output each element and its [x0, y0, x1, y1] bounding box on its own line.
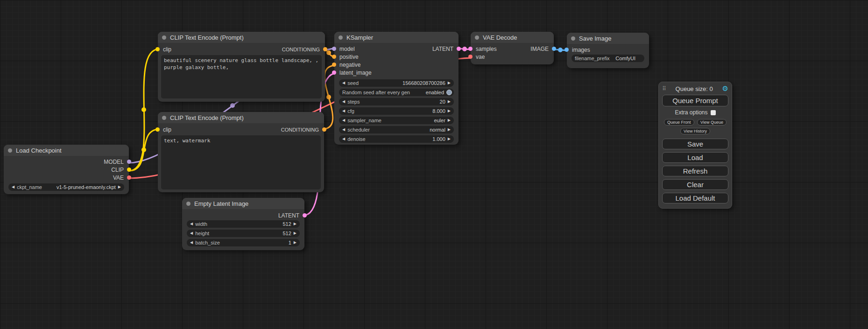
- widget-label: steps: [347, 99, 360, 105]
- slot-row: negative: [334, 61, 459, 69]
- collapse-dot-icon[interactable]: [571, 36, 575, 41]
- widget-value: 20: [440, 99, 445, 105]
- node-empty-latent-image[interactable]: Empty Latent Image LATENT ◀ width 512 ▶ …: [182, 198, 304, 250]
- node-clip-text-encode-negative[interactable]: CLIP Text Encode (Prompt) clip CONDITION…: [158, 112, 324, 192]
- slot-input-positive-dot[interactable]: [332, 55, 336, 59]
- slot-input-model-dot[interactable]: [332, 47, 336, 51]
- arrow-left-icon[interactable]: ◀: [342, 81, 345, 85]
- slot-output-vae-dot[interactable]: [127, 175, 131, 180]
- slot-input-images-label: images: [572, 47, 590, 53]
- slot-output-model-dot[interactable]: [127, 160, 131, 164]
- arrow-right-icon[interactable]: ▶: [448, 128, 451, 132]
- arrow-right-icon[interactable]: ▶: [448, 109, 451, 113]
- node-clip-text-encode-positive[interactable]: CLIP Text Encode (Prompt) clip CONDITION…: [158, 32, 325, 102]
- node-vae-decode[interactable]: VAE Decode samples IMAGE vae: [471, 32, 554, 64]
- gear-icon[interactable]: ⚙: [722, 84, 728, 93]
- slot-output-latent-dot[interactable]: [457, 47, 461, 51]
- queue-panel[interactable]: ⠿ Queue size: 0 ⚙ Queue Prompt Extra opt…: [658, 82, 732, 209]
- node-title-bar[interactable]: CLIP Text Encode (Prompt): [158, 32, 325, 43]
- widget-scheduler[interactable]: ◀ scheduler normal ▶: [339, 126, 454, 133]
- slot-input-negative-dot[interactable]: [332, 63, 336, 67]
- slot-output-conditioning-dot[interactable]: [322, 127, 326, 132]
- slot-input-vae-dot[interactable]: [468, 55, 473, 59]
- node-title-bar[interactable]: KSampler: [334, 32, 459, 43]
- arrow-right-icon[interactable]: ▶: [448, 137, 451, 141]
- clear-button[interactable]: Clear: [662, 179, 728, 190]
- node-title-bar[interactable]: CLIP Text Encode (Prompt): [158, 112, 324, 123]
- collapse-dot-icon[interactable]: [339, 35, 343, 40]
- arrow-right-icon[interactable]: ▶: [294, 222, 296, 226]
- widget-width[interactable]: ◀ width 512 ▶: [187, 220, 300, 228]
- slot-output-conditioning-dot[interactable]: [323, 47, 327, 51]
- slot-input-latent-image-dot[interactable]: [332, 70, 336, 75]
- arrow-left-icon[interactable]: ◀: [342, 109, 345, 113]
- collapse-dot-icon[interactable]: [8, 148, 12, 153]
- widget-denoise[interactable]: ◀ denoise 1.000 ▶: [339, 135, 454, 143]
- arrow-right-icon[interactable]: ▶: [448, 81, 451, 85]
- extra-options-checkbox[interactable]: [711, 110, 716, 115]
- slot-row: CLIP: [4, 166, 129, 174]
- widget-label: denoise: [347, 136, 366, 142]
- node-save-image[interactable]: Save Image images filename_prefix ComfyU…: [567, 33, 649, 68]
- arrow-left-icon[interactable]: ◀: [342, 119, 345, 122]
- node-title-bar[interactable]: Empty Latent Image: [182, 198, 304, 209]
- arrow-right-icon[interactable]: ▶: [294, 231, 296, 235]
- collapse-dot-icon[interactable]: [186, 202, 191, 206]
- widget-steps[interactable]: ◀ steps 20 ▶: [339, 98, 454, 105]
- graph-canvas[interactable]: Load Checkpoint MODEL CLIP VAE ◀ ckpt_na…: [0, 0, 868, 329]
- node-title-bar[interactable]: Save Image: [567, 33, 649, 44]
- arrow-right-icon[interactable]: ▶: [448, 119, 451, 122]
- link-midpoint-dot: [141, 107, 146, 112]
- arrow-left-icon[interactable]: ◀: [190, 241, 193, 245]
- collapse-dot-icon[interactable]: [475, 35, 479, 40]
- load-default-button[interactable]: Load Default: [662, 193, 728, 203]
- prompt-textarea[interactable]: text, watermark: [161, 135, 321, 189]
- view-queue-button[interactable]: View Queue: [697, 119, 727, 126]
- slot-output-latent-dot[interactable]: [303, 213, 307, 217]
- slot-input-clip-dot[interactable]: [155, 47, 160, 51]
- refresh-button[interactable]: Refresh: [662, 166, 728, 176]
- widget-sampler-name[interactable]: ◀ sampler_name euler ▶: [339, 117, 454, 124]
- view-history-button[interactable]: View History: [680, 128, 710, 134]
- widget-cfg[interactable]: ◀ cfg 8.000 ▶: [339, 107, 454, 115]
- slot-input-clip-dot[interactable]: [155, 127, 160, 132]
- widget-seed[interactable]: ◀ seed 156680208700286 ▶: [339, 79, 454, 87]
- arrow-left-icon[interactable]: ◀: [12, 185, 14, 189]
- widget-batch-size[interactable]: ◀ batch_size 1 ▶: [187, 239, 300, 246]
- node-title: Empty Latent Image: [194, 200, 248, 207]
- arrow-right-icon[interactable]: ▶: [118, 185, 121, 189]
- wire-clip-to-positive: [129, 49, 159, 171]
- widget-label: batch_size: [195, 240, 220, 245]
- node-title-bar[interactable]: VAE Decode: [471, 32, 554, 43]
- node-ksampler[interactable]: KSampler model LATENT positive negative …: [334, 32, 459, 145]
- arrow-right-icon[interactable]: ▶: [448, 100, 451, 104]
- widget-random-seed-toggle[interactable]: Random seed after every gen enabled: [339, 89, 454, 96]
- queue-prompt-button[interactable]: Queue Prompt: [662, 95, 728, 106]
- node-load-checkpoint[interactable]: Load Checkpoint MODEL CLIP VAE ◀ ckpt_na…: [4, 145, 129, 194]
- arrow-left-icon[interactable]: ◀: [190, 222, 193, 226]
- drag-handle-icon[interactable]: ⠿: [662, 85, 666, 92]
- arrow-left-icon[interactable]: ◀: [190, 231, 193, 235]
- slot-output-image-label: IMAGE: [530, 46, 549, 52]
- arrow-left-icon[interactable]: ◀: [342, 100, 345, 104]
- prompt-textarea[interactable]: beautiful scenery nature glass bottle la…: [161, 55, 322, 98]
- arrow-left-icon[interactable]: ◀: [342, 137, 345, 141]
- toggle-knob-icon[interactable]: [446, 90, 452, 95]
- slot-input-latent-image-label: latent_image: [339, 70, 372, 76]
- slot-input-images-dot[interactable]: [565, 48, 569, 52]
- collapse-dot-icon[interactable]: [162, 116, 166, 120]
- load-button[interactable]: Load: [662, 152, 728, 163]
- widget-filename-prefix[interactable]: filename_prefix ComfyUI: [572, 55, 644, 62]
- widget-ckpt-name[interactable]: ◀ ckpt_name v1-5-pruned-emaonly.ckpt ▶: [8, 183, 124, 191]
- arrow-left-icon[interactable]: ◀: [342, 128, 345, 132]
- queue-front-button[interactable]: Queue Front: [664, 119, 694, 126]
- collapse-dot-icon[interactable]: [162, 35, 166, 40]
- widget-height[interactable]: ◀ height 512 ▶: [187, 230, 300, 237]
- save-button[interactable]: Save: [662, 139, 728, 149]
- slot-output-clip-dot[interactable]: [127, 168, 131, 172]
- node-title-bar[interactable]: Load Checkpoint: [4, 145, 129, 156]
- slot-output-image-dot[interactable]: [552, 47, 556, 51]
- slot-row: VAE: [4, 174, 129, 182]
- arrow-right-icon[interactable]: ▶: [294, 241, 296, 245]
- slot-input-samples-dot[interactable]: [468, 47, 473, 51]
